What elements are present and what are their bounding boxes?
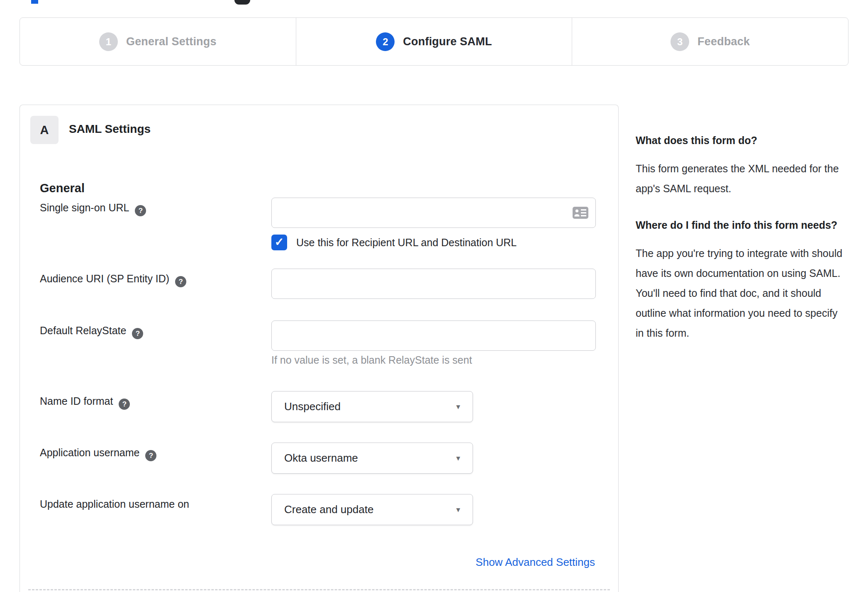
application-username-label: Application username? — [40, 447, 156, 461]
single-sign-on-url-input-wrap — [271, 198, 596, 228]
name-id-format-select[interactable]: Unspecified ▾ — [271, 391, 473, 422]
update-app-username-value: Create and update — [284, 503, 373, 516]
name-id-format-label: Name ID format? — [40, 395, 130, 410]
step-3-number-badge: 3 — [671, 32, 689, 51]
recipient-url-checkbox-label: Use this for Recipient URL and Destinati… — [296, 237, 517, 249]
default-relaystate-label: Default RelayState? — [40, 325, 143, 339]
update-app-username-label: Update application username on — [40, 498, 189, 510]
step-feedback[interactable]: 3 Feedback — [572, 18, 848, 65]
update-app-username-label-text: Update application username on — [40, 498, 189, 510]
chevron-down-icon: ▾ — [456, 403, 460, 411]
general-section-heading: General — [40, 181, 85, 195]
sidebar-body-where: The app you're trying to integrate with … — [636, 243, 848, 343]
recipient-url-checkbox[interactable]: ✓ — [271, 235, 287, 250]
default-relaystate-input-wrap — [271, 320, 596, 351]
step-1-number-badge: 1 — [99, 32, 118, 51]
step-general-settings[interactable]: 1 General Settings — [20, 18, 296, 65]
sidebar-heading-where: Where do I find the info this form needs… — [636, 216, 848, 234]
single-sign-on-url-label: Single sign-on URL? — [40, 202, 146, 216]
name-id-format-value: Unspecified — [284, 400, 341, 413]
audience-uri-label: Audience URI (SP Entity ID)? — [40, 273, 186, 287]
step-2-label: Configure SAML — [403, 35, 492, 48]
single-sign-on-url-input[interactable] — [271, 198, 596, 228]
default-relaystate-label-text: Default RelayState — [40, 325, 126, 336]
application-username-select[interactable]: Okta username ▾ — [271, 443, 473, 474]
help-icon[interactable]: ? — [145, 450, 156, 461]
chevron-down-icon: ▾ — [456, 454, 460, 462]
audience-uri-input-wrap — [271, 269, 596, 299]
section-a-badge: A — [30, 116, 59, 144]
step-2-number-badge: 2 — [376, 32, 395, 51]
clipped-content-fragment-dark — [234, 0, 250, 5]
sidebar-heading-what: What does this form do? — [636, 131, 848, 149]
recipient-url-checkbox-row: ✓ Use this for Recipient URL and Destina… — [271, 235, 517, 250]
application-username-value: Okta username — [284, 452, 358, 465]
wizard-stepper: 1 General Settings 2 Configure SAML 3 Fe… — [20, 17, 848, 66]
step-3-label: Feedback — [697, 35, 750, 48]
help-icon[interactable]: ? — [132, 328, 143, 339]
help-icon[interactable]: ? — [119, 399, 130, 410]
relaystate-helper-text: If no value is set, a blank RelayState i… — [271, 354, 472, 366]
step-configure-saml[interactable]: 2 Configure SAML — [296, 18, 572, 65]
audience-uri-input[interactable] — [271, 269, 596, 299]
application-username-label-text: Application username — [40, 447, 139, 458]
step-1-label: General Settings — [126, 35, 217, 48]
chevron-down-icon: ▾ — [456, 506, 460, 514]
form-help-sidebar: What does this form do? This form genera… — [636, 131, 848, 360]
saml-settings-panel: A SAML Settings General Single sign-on U… — [20, 105, 619, 592]
help-icon[interactable]: ? — [175, 276, 186, 287]
show-advanced-settings-link[interactable]: Show Advanced Settings — [475, 556, 595, 569]
single-sign-on-url-label-text: Single sign-on URL — [40, 202, 129, 213]
okta-configure-saml-page: 1 General Settings 2 Configure SAML 3 Fe… — [0, 0, 868, 592]
section-dashed-divider — [28, 589, 610, 590]
panel-title: SAML Settings — [69, 122, 151, 136]
update-app-username-select[interactable]: Create and update ▾ — [271, 494, 473, 525]
sidebar-body-what: This form generates the XML needed for t… — [636, 159, 848, 198]
clipped-content-fragment-blue — [31, 0, 38, 4]
default-relaystate-input[interactable] — [271, 320, 596, 351]
contact-card-icon — [573, 207, 588, 219]
audience-uri-label-text: Audience URI (SP Entity ID) — [40, 273, 169, 284]
name-id-format-label-text: Name ID format — [40, 395, 113, 407]
help-icon[interactable]: ? — [135, 205, 146, 216]
